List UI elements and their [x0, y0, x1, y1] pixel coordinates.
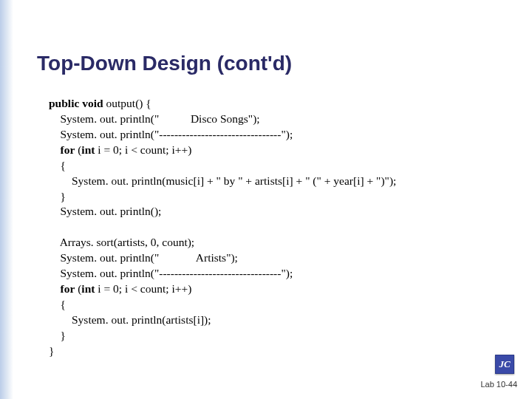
code-line: System. out. println("------------------…: [49, 267, 293, 279]
code-line: System. out. println(artists[i]);: [49, 313, 211, 326]
code-block: public void output() { System. out. prin…: [49, 96, 510, 359]
code-line: System. out. println(" Artists");: [49, 251, 238, 264]
slide-number: Lab 10-44: [480, 380, 517, 389]
code-text: (: [75, 282, 81, 295]
code-text: output() {: [103, 97, 151, 109]
code-line: }: [49, 190, 66, 202]
code-text: i = 0; i < count; i++): [95, 282, 191, 295]
logo-icon: JC: [495, 355, 514, 374]
slide-title: Top-Down Design (cont'd): [37, 52, 510, 75]
decorative-left-gradient: [0, 0, 13, 399]
code-line: Arrays. sort(artists, 0, count);: [49, 236, 194, 248]
code-line: {: [49, 298, 66, 310]
keyword-public-void: public void: [49, 97, 103, 109]
code-line: }: [49, 344, 54, 357]
code-line: {: [49, 159, 66, 171]
logo-text: JC: [499, 358, 510, 370]
code-line: System. out. println("------------------…: [49, 128, 293, 140]
keyword-for: for: [49, 282, 75, 295]
keyword-for: for: [49, 143, 75, 156]
keyword-int: int: [81, 143, 95, 156]
code-line: System. out. println(music[i] + " by " +…: [49, 174, 396, 187]
code-line: System. out. println();: [49, 205, 161, 217]
code-line: }: [49, 329, 66, 341]
slide-content: Top-Down Design (cont'd) public void out…: [37, 52, 510, 359]
code-text: i = 0; i < count; i++): [95, 143, 191, 156]
keyword-int: int: [81, 282, 95, 295]
code-text: (: [75, 143, 81, 156]
code-line: System. out. println(" Disco Songs");: [49, 112, 260, 125]
